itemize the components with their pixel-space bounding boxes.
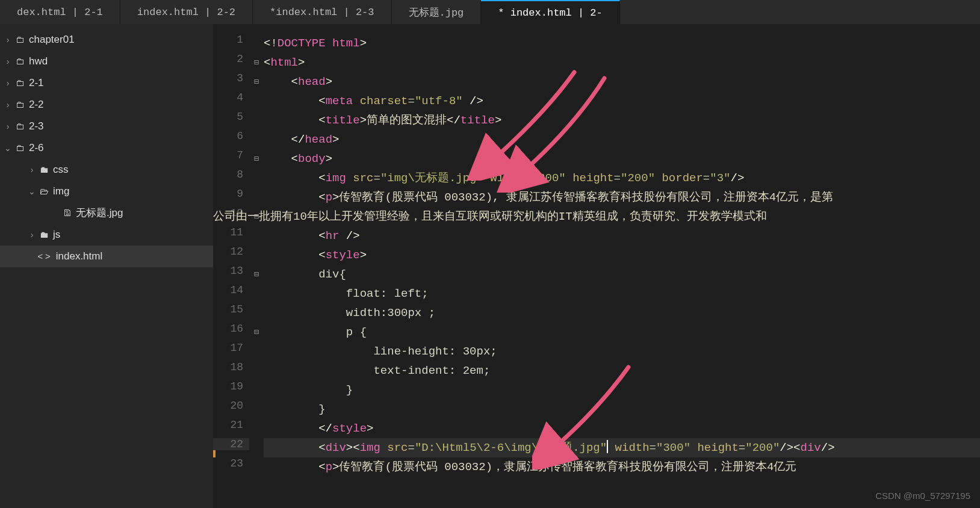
chevron-right-icon: ›	[26, 224, 37, 246]
folder-icon: 🗀	[13, 72, 26, 94]
code-line[interactable]: 12 <style>	[213, 246, 980, 265]
folder-icon: 🗀	[13, 116, 26, 137]
code-line[interactable]: 3⊟ <head>	[213, 72, 980, 91]
folder-icon: 🗀	[13, 29, 26, 51]
watermark: CSDN @m0_57297195	[875, 491, 970, 501]
folder-icon: 🖿	[37, 159, 51, 181]
chevron-right-icon: ›	[2, 29, 13, 51]
code-icon: < >	[37, 246, 51, 267]
tab-2[interactable]: *index.html | 2-3	[253, 0, 391, 24]
code-line[interactable]: 22 <div><img src="D:\Html5\2-6\img\无标题.j…	[213, 438, 980, 457]
chevron-right-icon: ›	[2, 94, 13, 116]
sidebar-item-css[interactable]: ›🖿css	[0, 159, 213, 181]
tab-bar: dex.html | 2-1 index.html | 2-2 *index.h…	[0, 0, 980, 24]
chevron-down-icon: ⌄	[2, 137, 13, 159]
sidebar-item-untitled-jpg[interactable]: 🖻无标题.jpg	[0, 202, 213, 224]
tab-3[interactable]: 无标题.jpg	[392, 0, 482, 24]
image-icon: 🖻	[60, 202, 73, 224]
code-line[interactable]: 1<!DOCTYPE html>	[213, 34, 980, 53]
sidebar-item-2-3[interactable]: ›🗀2-3	[0, 116, 213, 137]
code-line[interactable]: 11 <hr />	[213, 226, 980, 246]
code-line[interactable]: 8 <img src="img\无标题.jpg" width="300" hei…	[213, 169, 980, 188]
tab-4[interactable]: * index.html | 2-	[481, 0, 619, 24]
sidebar-item-2-1[interactable]: ›🗀2-1	[0, 72, 213, 94]
code-line[interactable]: 17 line-height: 30px;	[213, 342, 980, 361]
tab-1[interactable]: index.html | 2-2	[120, 0, 253, 24]
folder-icon: 🖿	[37, 224, 51, 246]
sidebar-item-img[interactable]: ⌄🗁img	[0, 181, 213, 202]
code-line[interactable]: 20 }	[213, 400, 980, 419]
sidebar-item-index-html[interactable]: < > index.html	[0, 246, 213, 267]
code-line[interactable]: 6 </head>	[213, 130, 980, 149]
tab-0[interactable]: dex.html | 2-1	[0, 0, 120, 24]
code-line[interactable]: 15 width:300px ;	[213, 303, 980, 323]
chevron-right-icon: ›	[2, 51, 13, 72]
code-line[interactable]: 9 <p>传智教育(股票代码 003032), 隶属江苏传智播客教育科技股份有限…	[213, 188, 980, 207]
chevron-right-icon: ›	[26, 159, 37, 181]
code-line[interactable]: 5 <title>简单的图文混排</title>	[213, 111, 980, 130]
code-line[interactable]: 4 <meta charset="utf-8" />	[213, 91, 980, 111]
code-line[interactable]: 16⊟ p {	[213, 323, 980, 342]
sidebar-item-chapter01[interactable]: ›🗀chapter01	[0, 29, 213, 51]
sidebar-item-js[interactable]: ›🖿js	[0, 224, 213, 246]
code-line[interactable]: 18 text-indent: 2em;	[213, 361, 980, 380]
text-caret	[607, 440, 608, 453]
sidebar-item-2-6[interactable]: ⌄🗀2-6	[0, 137, 213, 159]
sidebar-item-hwd[interactable]: ›🗀hwd	[0, 51, 213, 72]
chevron-down-icon: ⌄	[26, 181, 37, 202]
folder-icon: 🗀	[13, 51, 26, 72]
chevron-right-icon: ›	[2, 116, 13, 137]
code-line[interactable]: 23 <p>传智教育(股票代码 003032)，隶属江苏传智播客教育科技股份有限…	[213, 457, 980, 477]
code-line[interactable]: 19 }	[213, 380, 980, 400]
chevron-right-icon: ›	[2, 72, 13, 94]
sidebar-item-2-2[interactable]: ›🗀2-2	[0, 94, 213, 116]
folder-icon: 🗀	[13, 94, 26, 116]
code-line[interactable]: 7⊟ <body>	[213, 149, 980, 169]
code-line[interactable]: 21 </style>	[213, 419, 980, 438]
code-editor[interactable]: 1<!DOCTYPE html> 2⊟<html> 3⊟ <head> 4 <m…	[213, 24, 980, 508]
file-explorer: ›🗀chapter01 ›🗀hwd ›🗀2-1 ›🗀2-2 ›🗀2-3 ⌄🗀2-…	[0, 24, 213, 508]
code-line[interactable]: 2⊟<html>	[213, 53, 980, 72]
folder-icon: 🗀	[13, 137, 26, 159]
code-line[interactable]: 13⊟ div{	[213, 265, 980, 284]
code-line[interactable]: 14 float: left;	[213, 284, 980, 303]
folder-open-icon: 🗁	[37, 181, 51, 202]
code-line[interactable]: 10⊟公司由一批拥有10年以上开发管理经验，且来自互联网或研究机构的IT精英组成…	[213, 207, 980, 226]
